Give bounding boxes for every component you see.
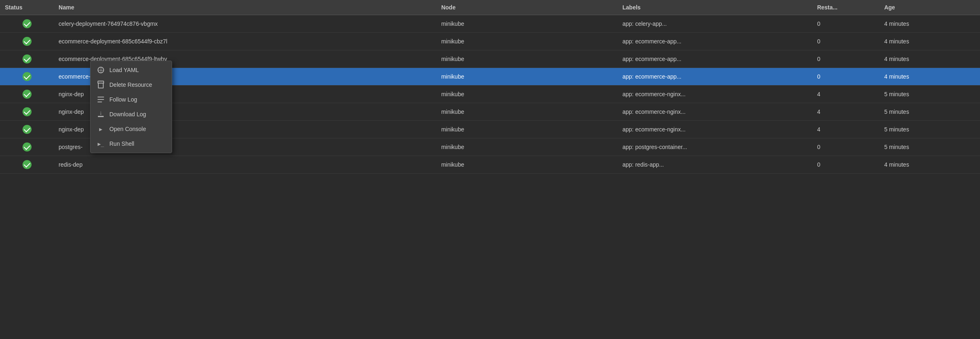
status-ok-icon xyxy=(23,125,32,134)
delete-icon xyxy=(97,81,104,88)
table-row[interactable]: celery-deployment-764974c876-vbgmxminiku… xyxy=(0,15,980,33)
status-cell xyxy=(0,68,54,86)
pod-node-cell: minikube xyxy=(436,121,617,138)
pod-age-cell: 4 minutes xyxy=(879,68,980,86)
context-menu-label-run-shell: Run Shell xyxy=(109,140,134,147)
status-cell xyxy=(0,15,54,33)
pod-name-cell: celery-deployment-764974c876-vbgmx xyxy=(54,15,436,33)
pod-name-cell: redis-dep xyxy=(54,156,436,174)
col-header-status: Status xyxy=(0,0,54,15)
pod-age-cell: 4 minutes xyxy=(879,50,980,68)
pod-restarts-cell: 0 xyxy=(812,15,879,33)
pod-node-cell: minikube xyxy=(436,156,617,174)
pod-node-cell: minikube xyxy=(436,86,617,103)
col-header-age: Age xyxy=(879,0,980,15)
status-cell xyxy=(0,86,54,103)
col-header-node: Node xyxy=(436,0,617,15)
pod-labels-cell: app: ecommerce-app... xyxy=(617,50,812,68)
pod-labels-cell: app: celery-app... xyxy=(617,15,812,33)
status-ok-icon xyxy=(23,37,32,46)
context-menu-item-load-yaml[interactable]: Load YAML xyxy=(91,63,172,77)
pod-labels-cell: app: ecommerce-app... xyxy=(617,33,812,50)
follow-log-icon xyxy=(97,96,104,103)
pod-restarts-cell: 0 xyxy=(812,156,879,174)
pod-restarts-cell: 4 xyxy=(812,86,879,103)
col-header-labels: Labels xyxy=(617,0,812,15)
pod-labels-cell: app: postgres-container... xyxy=(617,138,812,156)
run-shell-icon: ▶_ xyxy=(97,140,104,147)
context-menu-label-follow-log: Follow Log xyxy=(109,96,137,103)
pod-restarts-cell: 4 xyxy=(812,121,879,138)
status-ok-icon xyxy=(23,142,32,151)
context-menu-label-load-yaml: Load YAML xyxy=(109,67,139,73)
pod-node-cell: minikube xyxy=(436,103,617,121)
pod-age-cell: 5 minutes xyxy=(879,103,980,121)
table-header-row: Status Name Node Labels Resta... Age xyxy=(0,0,980,15)
context-menu-label-delete-resource: Delete Resource xyxy=(109,81,152,88)
status-ok-icon xyxy=(23,19,32,28)
pod-node-cell: minikube xyxy=(436,50,617,68)
pod-labels-cell: app: ecommerce-nginx... xyxy=(617,86,812,103)
context-menu-label-download-log: Download Log xyxy=(109,111,146,118)
pod-age-cell: 5 minutes xyxy=(879,86,980,103)
context-menu-item-download-log[interactable]: Download Log xyxy=(91,107,172,122)
pod-labels-cell: app: ecommerce-app... xyxy=(617,68,812,86)
pod-age-cell: 5 minutes xyxy=(879,121,980,138)
pod-restarts-cell: 0 xyxy=(812,50,879,68)
pod-labels-cell: app: ecommerce-nginx... xyxy=(617,121,812,138)
context-menu-item-open-console[interactable]: ▶ Open Console xyxy=(91,122,172,136)
pod-age-cell: 4 minutes xyxy=(879,33,980,50)
col-header-restarts: Resta... xyxy=(812,0,879,15)
pod-node-cell: minikube xyxy=(436,15,617,33)
load-yaml-icon xyxy=(97,66,104,74)
pod-restarts-cell: 0 xyxy=(812,138,879,156)
status-cell xyxy=(0,138,54,156)
status-ok-icon xyxy=(23,54,32,63)
pod-node-cell: minikube xyxy=(436,33,617,50)
pods-table-container: Status Name Node Labels Resta... Age cel… xyxy=(0,0,980,339)
status-ok-icon xyxy=(23,90,32,99)
open-console-icon: ▶ xyxy=(97,125,104,133)
status-cell xyxy=(0,50,54,68)
pod-node-cell: minikube xyxy=(436,138,617,156)
pod-labels-cell: app: ecommerce-nginx... xyxy=(617,103,812,121)
pod-labels-cell: app: redis-app... xyxy=(617,156,812,174)
status-cell xyxy=(0,156,54,174)
status-ok-icon xyxy=(23,160,32,169)
pod-age-cell: 4 minutes xyxy=(879,15,980,33)
context-menu-label-open-console: Open Console xyxy=(109,126,146,132)
pod-restarts-cell: 0 xyxy=(812,33,879,50)
status-ok-icon xyxy=(23,107,32,116)
pod-restarts-cell: 0 xyxy=(812,68,879,86)
context-menu-item-follow-log[interactable]: Follow Log xyxy=(91,92,172,107)
context-menu: Load YAML Delete Resource Follow Log Dow… xyxy=(90,61,172,153)
status-cell xyxy=(0,103,54,121)
table-row[interactable]: redis-depminikubeapp: redis-app...04 min… xyxy=(0,156,980,174)
pod-age-cell: 5 minutes xyxy=(879,138,980,156)
download-log-icon xyxy=(97,111,104,118)
table-row[interactable]: ecommerce-deployment-685c6544f9-cbz7lmin… xyxy=(0,33,980,50)
context-menu-item-run-shell[interactable]: ▶_ Run Shell xyxy=(91,136,172,151)
context-menu-item-delete-resource[interactable]: Delete Resource xyxy=(91,77,172,92)
pod-restarts-cell: 4 xyxy=(812,103,879,121)
col-header-name: Name xyxy=(54,0,436,15)
pod-node-cell: minikube xyxy=(436,68,617,86)
status-ok-icon xyxy=(23,72,32,81)
pod-age-cell: 4 minutes xyxy=(879,156,980,174)
status-cell xyxy=(0,33,54,50)
status-cell xyxy=(0,121,54,138)
pod-name-cell: ecommerce-deployment-685c6544f9-cbz7l xyxy=(54,33,436,50)
